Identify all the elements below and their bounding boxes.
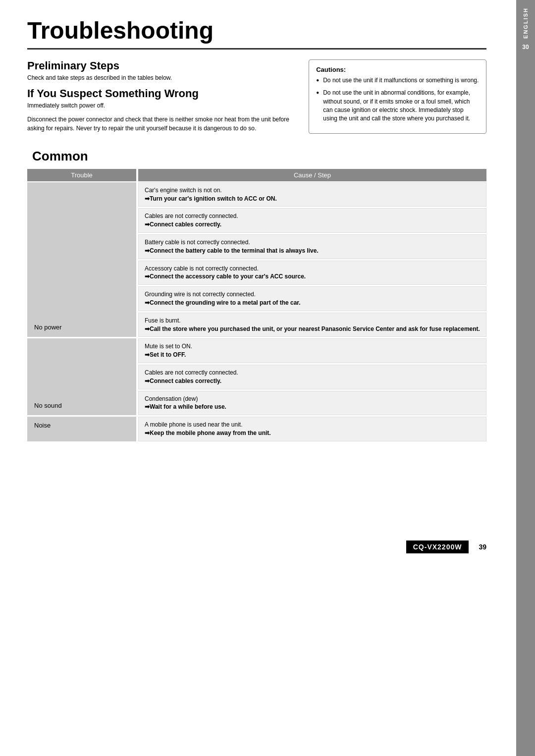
common-section: Common Trouble Cause / Step No power Car…	[27, 149, 486, 441]
cause-no-power-1: Car's engine switch is not on. ➡Turn you…	[138, 182, 486, 207]
cause-cells-no-sound: Mute is set to ON. ➡Set it to OFF. Cable…	[138, 338, 486, 415]
sidebar-number: 30	[522, 44, 529, 51]
cause-no-power-4: Accessory cable is not correctly connect…	[138, 261, 486, 285]
trouble-no-power: No power	[27, 182, 136, 337]
no-power-group: No power Car's engine switch is not on. …	[27, 182, 486, 337]
cause-no-sound-1: Mute is set to ON. ➡Set it to OFF.	[138, 338, 486, 363]
top-section: Preliminary Steps Check and take steps a…	[27, 59, 486, 134]
page-title: Troubleshooting	[27, 18, 486, 44]
model-badge: CQ-VX2200W	[406, 540, 469, 553]
cautions-title: Cautions:	[316, 66, 479, 73]
cause-noise-1: A mobile phone is used near the unit. ➡K…	[138, 417, 486, 441]
trouble-no-sound: No sound	[27, 338, 136, 415]
caution-item-2: Do not use the unit in abnormal conditio…	[316, 89, 479, 123]
cause-no-power-2: Cables are not correctly connected. ➡Con…	[138, 208, 486, 233]
cause-no-power-6: Fuse is burnt. ➡Call the store where you…	[138, 313, 486, 337]
cause-cells-no-power: Car's engine switch is not on. ➡Turn you…	[138, 182, 486, 337]
common-heading: Common	[27, 149, 486, 164]
suspect-subtext: Immediately switch power off.	[27, 102, 294, 109]
cause-no-sound-2: Cables are not correctly connected. ➡Con…	[138, 365, 486, 389]
main-content: Troubleshooting Preliminary Steps Check …	[0, 0, 516, 756]
cause-no-sound-3: Condensation (dew) ➡Wait for a while bef…	[138, 391, 486, 416]
preliminary-subtext: Check and take steps as described in the…	[27, 74, 294, 81]
table-header-row: Trouble Cause / Step	[27, 169, 486, 181]
cause-no-power-3: Battery cable is not correctly connected…	[138, 234, 486, 259]
th-cause: Cause / Step	[138, 169, 486, 181]
top-right: Cautions: Do not use the unit if it malf…	[309, 59, 486, 134]
page-container: ENGLISH 30 Troubleshooting Preliminary S…	[0, 0, 535, 756]
th-trouble: Trouble	[27, 169, 136, 181]
noise-group: Noise A mobile phone is used near the un…	[27, 417, 486, 441]
caution-item-1: Do not use the unit if it malfunctions o…	[316, 76, 479, 85]
suspect-body: Disconnect the power connector and check…	[27, 115, 294, 133]
no-sound-group: No sound Mute is set to ON. ➡Set it to O…	[27, 338, 486, 415]
trouble-noise: Noise	[27, 417, 136, 441]
page-number: 39	[479, 543, 486, 551]
cautions-box: Cautions: Do not use the unit if it malf…	[309, 59, 486, 134]
cause-cells-noise: A mobile phone is used near the unit. ➡K…	[138, 417, 486, 441]
preliminary-heading: Preliminary Steps	[27, 59, 294, 72]
sidebar-letters: ENGLISH	[523, 7, 529, 39]
top-left: Preliminary Steps Check and take steps a…	[27, 59, 294, 134]
bottom-bar: CQ-VX2200W 39	[27, 540, 486, 553]
cause-no-power-5: Grounding wire is not correctly connecte…	[138, 286, 486, 311]
suspect-heading: If You Suspect Something Wrong	[27, 87, 294, 100]
title-underline	[27, 48, 486, 50]
cautions-list: Do not use the unit if it malfunctions o…	[316, 76, 479, 123]
sidebar-tab: ENGLISH 30	[516, 0, 535, 756]
